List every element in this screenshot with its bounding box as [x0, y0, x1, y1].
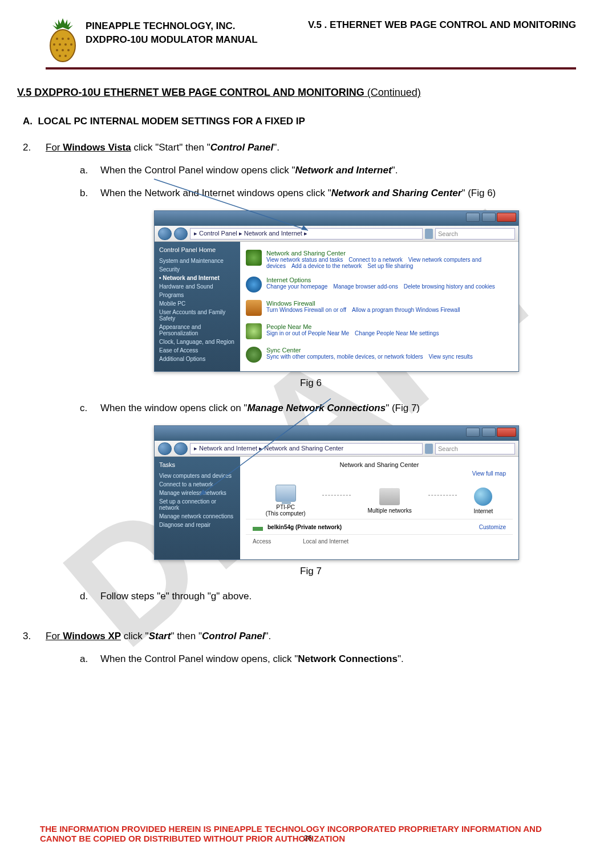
sidebar-item[interactable]: Mobile PC	[159, 299, 236, 308]
category-row: Windows FirewallTurn Windows Firewall on…	[246, 297, 513, 320]
search-input[interactable]: Search	[435, 443, 515, 454]
sidebar-header: Control Panel Home	[159, 246, 236, 253]
svg-point-2	[62, 38, 64, 40]
view-full-map-link[interactable]: View full map	[246, 468, 513, 477]
category-link[interactable]: Add a device to the network	[291, 263, 362, 269]
category-link[interactable]: Allow a program through Windows Firewall	[352, 307, 460, 313]
svg-point-0	[50, 30, 75, 62]
sidebar-item[interactable]: • Network and Internet	[159, 274, 236, 282]
search-input[interactable]: Search	[435, 228, 515, 239]
close-button[interactable]	[497, 213, 516, 222]
sharing-center-main: Network and Sharing Center View full map…	[240, 457, 518, 559]
category-title[interactable]: Sync Center	[266, 347, 479, 354]
category-link[interactable]: Manage browser add-ons	[333, 283, 398, 290]
figure-7-caption: Fig 7	[46, 566, 576, 577]
category-link[interactable]: Sign in or out of People Near Me	[266, 330, 349, 336]
step-2: 2. For Windows Vista click "Start" then …	[23, 142, 576, 153]
category-icon	[246, 300, 262, 316]
sidebar-item[interactable]: User Accounts and Family Safety	[159, 308, 236, 323]
category-title[interactable]: Internet Options	[266, 277, 501, 283]
figure-7: ▸ Network and Internet ▸ Network and Sha…	[154, 425, 519, 560]
sidebar-item[interactable]: Additional Options	[159, 355, 236, 363]
svg-point-8	[56, 49, 58, 51]
svg-point-1	[56, 38, 58, 40]
step-3: 3. For Windows XP click "Start" then "Co…	[23, 631, 576, 642]
category-link[interactable]: View network status and tasks	[266, 257, 343, 263]
network-node: Multiple networks	[367, 488, 411, 514]
task-link[interactable]: Diagnose and repair	[159, 521, 236, 529]
forward-button[interactable]	[174, 228, 188, 240]
breadcrumb[interactable]: ▸ Network and Internet ▸ Network and Sha…	[190, 443, 423, 454]
category-icon	[246, 347, 262, 363]
category-title[interactable]: Network and Sharing Center	[266, 250, 513, 257]
page-number: 26	[40, 834, 576, 842]
header-rule	[46, 67, 576, 70]
category-link[interactable]: Sync with other computers, mobile device…	[266, 354, 423, 360]
category-link[interactable]: View sync results	[429, 354, 473, 360]
forward-button[interactable]	[174, 442, 188, 455]
figure-6: ▸ Control Panel ▸ Network and Internet ▸…	[154, 210, 519, 372]
dropdown-icon[interactable]	[425, 444, 433, 454]
sidebar-item[interactable]: System and Maintenance	[159, 257, 236, 265]
control-panel-sidebar: Control Panel Home System and Maintenanc…	[155, 242, 240, 371]
minimize-button[interactable]	[466, 213, 480, 222]
category-row: Network and Sharing CenterView network s…	[246, 246, 513, 273]
page-header: PINEAPPLE TECHNOLOGY, INC. DXDPRO-10U MO…	[46, 17, 576, 63]
category-link[interactable]: Delete browsing history and cookies	[404, 283, 495, 290]
network-node: Internet	[473, 488, 493, 514]
node-icon	[275, 485, 296, 502]
main-title: Network and Sharing Center	[246, 461, 513, 468]
node-icon	[379, 488, 400, 505]
window-titlebar	[155, 211, 518, 226]
breadcrumb[interactable]: ▸ Control Panel ▸ Network and Internet ▸	[190, 228, 423, 239]
connection-line	[322, 495, 351, 495]
sidebar-item[interactable]: Hardware and Sound	[159, 282, 236, 291]
network-name: belkin54g (Private network)	[268, 524, 342, 530]
category-title[interactable]: Windows Firewall	[266, 300, 466, 307]
close-button[interactable]	[497, 428, 516, 437]
footer-notice: THE INFORMATION PROVIDED HEREIN IS PINEA…	[40, 824, 576, 843]
svg-point-10	[67, 49, 70, 51]
category-link[interactable]: Turn Windows Firewall on or off	[266, 307, 346, 313]
category-link[interactable]: Change your homepage	[266, 283, 327, 290]
control-panel-main: Network and Sharing CenterView network s…	[240, 242, 518, 371]
pineapple-logo-icon	[46, 17, 80, 63]
task-link[interactable]: Connect to a network	[159, 480, 236, 489]
svg-point-3	[67, 38, 70, 40]
customize-link[interactable]: Customize	[479, 524, 506, 530]
sidebar-item[interactable]: Programs	[159, 291, 236, 299]
back-button[interactable]	[158, 442, 172, 455]
network-node: PTI-PC(This computer)	[266, 485, 306, 517]
category-title[interactable]: People Near Me	[266, 323, 444, 330]
svg-point-9	[62, 49, 64, 51]
step-2b: b. When the Network and Internet windows…	[80, 188, 576, 199]
sidebar-item[interactable]: Security	[159, 265, 236, 274]
maximize-button[interactable]	[482, 213, 496, 222]
sidebar-item[interactable]: Clock, Language, and Region	[159, 338, 236, 346]
task-link[interactable]: Set up a connection or network	[159, 497, 236, 512]
window-titlebar	[155, 426, 518, 441]
dropdown-icon[interactable]	[425, 229, 433, 239]
svg-point-7	[70, 43, 72, 46]
category-link[interactable]: Set up file sharing	[367, 263, 413, 269]
task-link[interactable]: Manage wireless networks	[159, 489, 236, 497]
category-link[interactable]: Connect to a network	[348, 257, 403, 263]
connection-line	[428, 495, 457, 495]
subsection-a: A. LOCAL PC INTERNAL MODEM SETTINGS FOR …	[23, 116, 576, 127]
task-link[interactable]: Manage network connections	[159, 512, 236, 521]
signal-icon	[253, 523, 263, 531]
category-link[interactable]: Change People Near Me settings	[355, 330, 439, 336]
minimize-button[interactable]	[466, 428, 480, 437]
sidebar-item[interactable]: Ease of Access	[159, 346, 236, 355]
svg-point-6	[64, 43, 67, 46]
category-icon	[246, 250, 262, 266]
figure-6-caption: Fig 6	[46, 377, 576, 389]
sidebar-item[interactable]: Appearance and Personalization	[159, 323, 236, 338]
maximize-button[interactable]	[482, 428, 496, 437]
task-link[interactable]: View computers and devices	[159, 472, 236, 480]
tasks-sidebar: Tasks View computers and devicesConnect …	[155, 457, 240, 559]
step-2a: a. When the Control Panel window opens c…	[80, 165, 576, 176]
sidebar-header: Tasks	[159, 461, 236, 468]
step-2d: d. Follow steps "e" through "g" above.	[80, 591, 576, 602]
back-button[interactable]	[158, 228, 172, 240]
